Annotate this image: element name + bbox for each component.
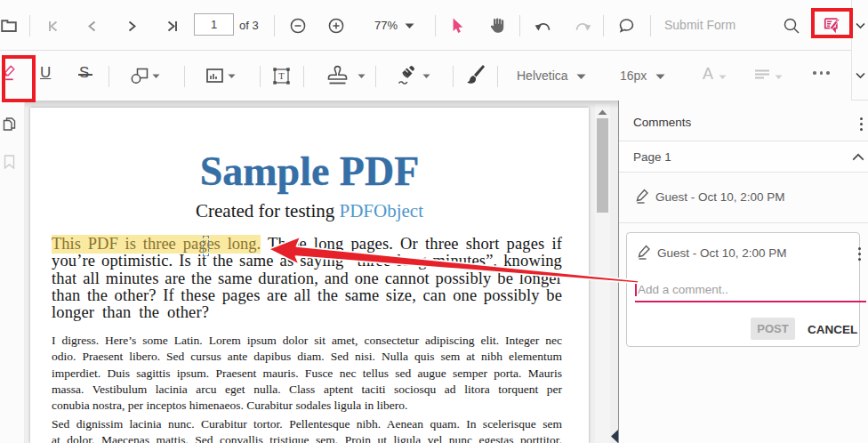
svg-text:T: T xyxy=(278,71,285,81)
